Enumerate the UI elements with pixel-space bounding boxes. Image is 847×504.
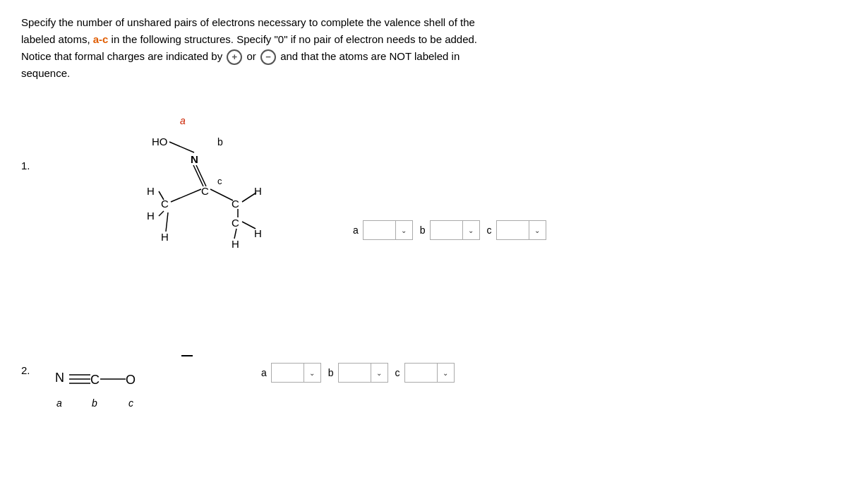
answer-1c-dropdown[interactable]: ⌄ [529,221,546,239]
answer-2c-box: ⌄ [404,363,455,383]
structure-1-svg: a HO b N c C [42,103,311,315]
instructions-block: Specify the number of unshared pairs of … [21,14,826,82]
svg-text:H: H [147,210,155,222]
minus-charge-icon: − [260,49,276,65]
structure-1-area: a HO b N c C [42,103,311,315]
answer-1b-dropdown[interactable]: ⌄ [462,221,479,239]
instruction-line4: sequence. [21,67,70,79]
instruction-line2b: in the following structures. Specify "0"… [108,33,477,45]
svg-line-18 [171,189,201,202]
answer-2c-dropdown[interactable]: ⌄ [437,364,454,382]
svg-line-21 [159,211,164,216]
problems-container: 1. a HO b N [21,103,826,428]
svg-text:C: C [90,373,100,387]
svg-text:HO: HO [152,136,168,148]
svg-text:b: b [217,136,223,148]
problem-2-number: 2. [21,343,42,376]
problem-1-number: 1. [21,103,42,172]
svg-line-23 [242,193,256,202]
problem-1-answers: a ⌄ b ⌄ c ⌄ [353,220,546,240]
structure-2-area: N C O a b [42,343,240,428]
instruction-line2a: labeled atoms, [21,33,93,45]
instruction-line3a: Notice that formal charges are indicated… [21,50,222,62]
instruction-line1: Specify the number of unshared pairs of … [21,16,475,28]
answer-2c-input[interactable] [405,364,437,382]
answer-1a-label: a [353,224,359,236]
answer-1b-input[interactable] [431,221,462,239]
svg-line-26 [234,229,236,239]
answer-1a-box: ⌄ [363,220,413,240]
svg-line-17 [196,165,206,186]
answer-2b-box: ⌄ [338,363,388,383]
problem-1-row: 1. a HO b N [21,103,826,315]
instruction-line3b: and that the atoms are NOT labeled in [280,50,459,62]
answer-2a-box: ⌄ [271,363,321,383]
svg-line-19 [210,189,233,200]
svg-text:c: c [128,397,133,409]
svg-text:H: H [161,231,169,243]
svg-text:H: H [232,238,239,250]
svg-text:C: C [232,198,239,210]
svg-line-25 [242,222,256,229]
answer-1c-box: ⌄ [496,220,546,240]
answer-1b-box: ⌄ [430,220,480,240]
svg-text:N: N [55,371,64,385]
svg-text:H: H [147,185,155,197]
svg-text:b: b [92,397,97,409]
structure-1-diagram: a HO b N c C [42,103,311,315]
answer-2b-input[interactable] [339,364,371,382]
structure-2-svg: N C O a b [42,343,212,421]
answer-1b-label: b [420,224,426,236]
answer-2a-dropdown[interactable]: ⌄ [304,364,320,382]
svg-text:H: H [254,185,262,197]
svg-text:C: C [232,217,239,229]
structure-2-diagram: N C O a b [42,343,240,428]
problem-2-row: 2. N C [21,343,826,428]
answer-2b-label: b [328,367,334,378]
svg-line-15 [169,142,194,152]
svg-text:C: C [161,198,169,210]
plus-charge-icon: + [227,49,242,65]
svg-text:c: c [217,176,222,186]
highlight-ac: a-c [93,33,109,45]
svg-text:a: a [180,115,186,126]
svg-text:C: C [201,185,209,197]
answer-2a-label: a [261,367,267,378]
svg-text:N: N [191,153,198,165]
answer-1c-input[interactable] [497,221,529,239]
svg-text:O: O [126,373,136,387]
svg-text:a: a [56,397,62,409]
answer-1a-input[interactable] [364,221,395,239]
svg-line-16 [193,165,203,186]
answer-2c-label: c [395,367,400,378]
svg-line-22 [166,212,168,232]
answer-2a-input[interactable] [272,364,304,382]
problem-2-answers: a ⌄ b ⌄ c ⌄ [261,363,455,383]
or-text: or [247,50,256,62]
answer-1a-dropdown[interactable]: ⌄ [395,221,412,239]
answer-1c-label: c [487,224,492,236]
answer-2b-dropdown[interactable]: ⌄ [371,364,388,382]
